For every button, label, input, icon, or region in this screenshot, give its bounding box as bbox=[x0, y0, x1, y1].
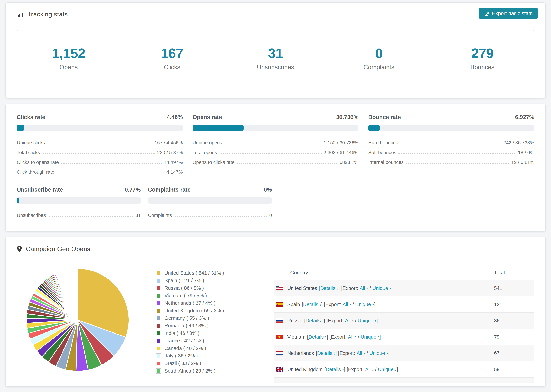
export-all-link[interactable]: All › bbox=[345, 318, 353, 324]
legend-item-vietnam[interactable]: Vietnam ( 79 / 5% ) bbox=[156, 293, 265, 298]
rate-progress-fill bbox=[368, 125, 380, 131]
details-link[interactable]: Details › bbox=[306, 318, 324, 324]
export-all-link[interactable]: All › bbox=[343, 302, 351, 307]
stat-cell-opens: 1,152Opens bbox=[17, 30, 120, 87]
legend-swatch bbox=[156, 316, 161, 321]
dotted-leader bbox=[56, 173, 164, 173]
bracket: ] bbox=[391, 286, 392, 291]
rate-detail-value: 167 / 4.456% bbox=[155, 140, 183, 146]
rates-grid-bottom: Unsubscribe rate0.77%Unsubscribes31Compl… bbox=[17, 186, 534, 219]
stat-cell-clicks: 167Clicks bbox=[120, 30, 224, 87]
stat-value: 167 bbox=[122, 45, 222, 61]
stat-value: 279 bbox=[432, 45, 532, 61]
rate-head: Clicks rate4.46% bbox=[17, 114, 183, 120]
geo-pie-chart bbox=[17, 263, 130, 383]
details-link[interactable]: Details › bbox=[309, 334, 327, 340]
rate-progress-fill bbox=[192, 125, 243, 131]
legend-item-brazil[interactable]: Brazil ( 33 / 2% ) bbox=[156, 361, 265, 366]
legend-label: Vietnam ( 79 / 5% ) bbox=[164, 293, 207, 298]
flag-es-icon bbox=[276, 302, 283, 307]
country-name: Vietnam bbox=[287, 334, 305, 340]
flag-gb-icon bbox=[276, 367, 283, 372]
legend-label: Italy ( 36 / 2% ) bbox=[164, 353, 198, 359]
export-all-link[interactable]: All › bbox=[365, 367, 374, 372]
export-unique-link[interactable]: Unique › bbox=[361, 334, 380, 340]
tracking-stats-card: Tracking stats Export basic stats 1,152O… bbox=[6, 2, 545, 98]
export-unique-link[interactable]: Unique › bbox=[369, 350, 388, 356]
geo-opens-header: Campaign Geo Opens bbox=[6, 237, 545, 259]
legend-item-south-africa[interactable]: South Africa ( 29 / 2% ) bbox=[156, 368, 265, 374]
legend-item-russia[interactable]: Russia ( 86 / 5% ) bbox=[156, 285, 265, 291]
bracket: ] [ bbox=[327, 334, 331, 340]
legend-swatch-color bbox=[156, 369, 160, 373]
rate-progress-track bbox=[192, 125, 359, 131]
legend-swatch-color bbox=[156, 354, 160, 358]
dotted-leader bbox=[48, 216, 134, 217]
country-cell: Vietnam[Details ›] [Export: All › / Uniq… bbox=[274, 334, 494, 340]
legend-item-germany[interactable]: Germany ( 55 / 3% ) bbox=[156, 315, 265, 321]
legend-item-india[interactable]: India ( 46 / 3% ) bbox=[156, 330, 265, 336]
details-link[interactable]: Details › bbox=[317, 350, 335, 356]
total-cell: 59 bbox=[494, 367, 534, 372]
export-unique-link[interactable]: Unique › bbox=[358, 318, 376, 324]
rate-value: 0.77% bbox=[125, 186, 141, 193]
rate-head: Unsubscribe rate0.77% bbox=[17, 186, 141, 193]
legend-swatch-color bbox=[156, 286, 160, 290]
geo-table-row-gb: United Kingdom[Details ›] [Export: All ›… bbox=[274, 361, 534, 378]
details-link[interactable]: Details › bbox=[326, 367, 344, 372]
bracket: ] [ bbox=[339, 286, 343, 291]
stat-label: Opens bbox=[19, 64, 119, 71]
rate-head: Complaints rate0% bbox=[148, 186, 272, 193]
details-link[interactable]: Details › bbox=[320, 286, 338, 291]
details-link[interactable]: Details › bbox=[303, 302, 321, 307]
stats-row: 1,152Opens167Clicks31Unsubscribes0Compla… bbox=[17, 30, 534, 87]
rate-detail-value: 19 / 6.81% bbox=[511, 160, 534, 165]
rate-title: Clicks rate bbox=[17, 114, 45, 120]
rate-detail-row: Soft bounces18 / 0% bbox=[368, 147, 534, 156]
dotted-leader bbox=[237, 163, 338, 163]
legend-item-italy[interactable]: Italy ( 36 / 2% ) bbox=[156, 353, 265, 359]
country-cell: Netherlands[Details ›] [Export: All › / … bbox=[274, 350, 494, 356]
legend-item-france[interactable]: France ( 42 / 2% ) bbox=[156, 338, 265, 343]
slash: / bbox=[356, 334, 360, 340]
bracket: [ bbox=[304, 318, 306, 324]
column-header-country: Country bbox=[274, 270, 494, 275]
legend-item-canada[interactable]: Canada ( 40 / 2% ) bbox=[156, 345, 265, 351]
legend-swatch-color bbox=[156, 271, 160, 275]
legend-item-netherlands[interactable]: Netherlands ( 67 / 4% ) bbox=[156, 300, 265, 306]
legend-swatch bbox=[156, 331, 161, 336]
rate-progress-fill bbox=[17, 197, 19, 203]
country-cell: United States[Details ›] [Export: All › … bbox=[274, 286, 494, 291]
dotted-leader bbox=[398, 154, 516, 154]
legend-item-united-states[interactable]: United States ( 541 / 31% ) bbox=[156, 270, 265, 276]
slash: / bbox=[368, 286, 372, 291]
bracket: [ bbox=[307, 334, 309, 340]
export-all-link[interactable]: All › bbox=[360, 286, 368, 291]
export-unique-link[interactable]: Unique › bbox=[355, 302, 374, 307]
legend-swatch bbox=[156, 278, 161, 283]
export-all-link[interactable]: All › bbox=[357, 350, 365, 356]
rate-block-unsubscribe-rate: Unsubscribe rate0.77%Unsubscribes31 bbox=[17, 186, 141, 219]
legend-swatch bbox=[156, 323, 161, 328]
rate-detail-label: Complaints bbox=[148, 213, 172, 218]
geo-table-header: Country Total bbox=[274, 265, 534, 280]
rate-block-opens-rate: Opens rate30.736%Unique opens1,152 / 30.… bbox=[192, 114, 359, 176]
flag-vn-icon bbox=[276, 335, 283, 339]
country-cell: Russia[Details ›] [Export: All › / Uniqu… bbox=[274, 318, 494, 324]
legend-item-united-kingdom[interactable]: United Kingdom ( 59 / 3% ) bbox=[156, 308, 265, 314]
slash: / bbox=[353, 318, 358, 324]
bracket: [ bbox=[302, 302, 303, 307]
stat-label: Complaints bbox=[329, 64, 429, 71]
legend-item-romania[interactable]: Romania ( 49 / 3% ) bbox=[156, 323, 265, 329]
rate-detail-row: Clicks to opens rate14.497% bbox=[17, 156, 183, 166]
export-all-link[interactable]: All › bbox=[348, 334, 356, 340]
rate-head: Bounce rate6.927% bbox=[368, 114, 534, 120]
export-unique-link[interactable]: Unique › bbox=[372, 286, 391, 291]
legend-label: Germany ( 55 / 3% ) bbox=[164, 315, 209, 321]
export-basic-stats-button[interactable]: Export basic stats bbox=[479, 8, 538, 19]
total-cell: 86 bbox=[494, 318, 534, 324]
legend-item-spain[interactable]: Spain ( 121 / 7% ) bbox=[156, 278, 265, 283]
column-header-total: Total bbox=[494, 270, 534, 275]
country-cell: Spain[Details ›] [Export: All › / Unique… bbox=[274, 302, 494, 307]
export-unique-link[interactable]: Unique › bbox=[378, 367, 397, 372]
